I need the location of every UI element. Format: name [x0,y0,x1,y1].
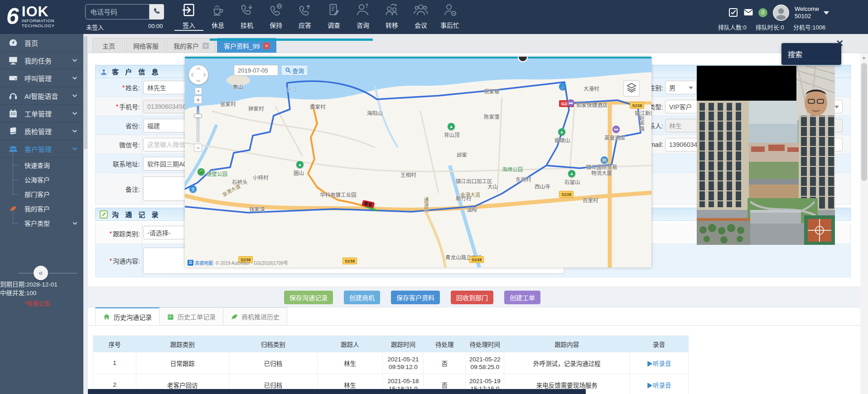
workspace-tab[interactable]: 网络客服 [126,38,165,53]
cti-toolbar-button[interactable]: 保持 [261,2,290,31]
map-date-input[interactable] [234,65,278,76]
sidebar-item-label: 呼叫管理 [24,73,52,83]
map-query-button[interactable]: 查询 [281,65,308,76]
sidebar-collapse-button[interactable]: « [34,266,48,280]
chevron-down-icon[interactable] [824,11,829,15]
tasks-checkbox-icon[interactable] [728,7,739,19]
workspace-tab[interactable]: 我的客户 [167,38,216,53]
map-layers-button[interactable] [623,80,640,97]
table-header-cell: 录音 [630,336,689,352]
map-label: 焦山 [233,83,243,90]
sidebar-subitem[interactable]: 客户类型 [0,216,83,230]
cti-toolbar-button[interactable]: 会议 [406,2,435,31]
queue-stats: 排队人数:0 排队时长:0 分机号:1006 [718,23,825,31]
chevron-down-icon [72,57,78,63]
avatar[interactable] [773,5,789,21]
table-row[interactable]: 1 日常跟踪 已归档 林生 2021-05-2109:59:12.0 否 202… [93,352,689,374]
map-label: 钱家湾 [249,205,265,213]
scrollbar-thumb[interactable] [861,63,867,181]
zoom-in-button[interactable]: + [194,96,202,104]
cti-toolbar-button[interactable]: 挂机 [232,2,261,31]
new-notice-link[interactable]: *有新公告 [0,299,83,308]
dial-button[interactable] [149,4,164,19]
mountain-poi-icon[interactable]: ▲ [448,123,455,130]
map-canvas[interactable] [185,57,651,268]
map-pan-control[interactable] [188,65,208,85]
parkic-poi-icon[interactable]: 🌳 [198,168,205,175]
zoom-slider-track[interactable] [197,106,199,142]
phone-number-input[interactable] [85,4,149,19]
wen-poi-icon[interactable]: 文 [189,185,197,193]
hotel-poi-icon[interactable]: 🛏 [567,99,574,107]
horizontal-scrollbar[interactable] [85,389,586,394]
zoom-slider-handle[interactable] [194,114,202,118]
action-button[interactable]: 创建工单 [504,291,540,304]
action-button[interactable]: 创建商机 [344,291,380,304]
chevron-down-icon [72,110,78,117]
sidebar-item-icon [8,126,18,136]
sidebar-item[interactable]: 我的任务 [0,52,83,69]
sidebar-item-icon [8,73,18,83]
expire-date: 到期日期:2028-12-01 [0,280,83,289]
history-tab[interactable]: 历史工单记录 [159,307,223,326]
sidebar-footer: 到期日期:2028-12-01 中继并发:100 *有新公告 [0,280,83,308]
welcome-user[interactable]: Welcome 50102 [795,5,819,20]
table-header-cell: 待处理时间 [466,336,504,352]
cti-toolbar-button[interactable]: ? 咨询 [348,2,377,31]
anchor-poi-icon[interactable]: ⚓ [559,83,566,90]
chevron-down-icon [72,146,78,152]
scroll-up-icon[interactable]: ▲ [862,55,866,60]
cti-toolbar-button[interactable]: 调查 [319,2,348,31]
video-call-window[interactable] [697,66,835,245]
map-label: 海绵公园 [502,165,523,173]
sidebar-item[interactable]: AI智能语音 [0,87,83,105]
action-button[interactable]: 保存沟通记录 [284,291,333,304]
mail-icon[interactable] [743,7,755,19]
map-locate-button[interactable] [195,88,202,95]
sidebar-item[interactable]: 质检管理 [0,122,83,140]
route-map[interactable]: 长江焦山张家村钟家村委家村海阳山祝家巷陈家蕩大港村镇江新区如家快捷酒店英皇酒店赵… [185,57,651,268]
actions-bar: 保存沟通记录 创建商机 保存客户资料 回收到部门 创建工单 [88,287,868,307]
zoom-out-button[interactable]: − [194,144,202,152]
queue-stat: 分机号:1006 [793,23,826,31]
cti-toolbar-icon [239,2,255,19]
mail-count-badge: 0 [758,8,767,17]
close-icon[interactable] [203,43,209,49]
cti-toolbar-button[interactable]: 应答 [290,2,319,31]
map-label: 祝家巷 [484,88,500,95]
sidebar-item[interactable]: 首页 [0,34,83,52]
road-badge: S238 [559,191,574,198]
map-label: 石留山 [564,178,580,185]
history-tab[interactable]: 历史沟通记录 [95,307,159,326]
logo-title: IOK [22,5,55,18]
logo-mark-icon: 6 [6,4,19,29]
sidebar-scrollbar[interactable] [83,34,88,394]
table-header-cell: 跟踪人 [317,336,383,352]
workspace-tab[interactable]: 主页 [92,38,125,53]
play-audio-link[interactable]: ▶听录音 [647,382,671,389]
cti-toolbar-button[interactable]: 事后忙 [435,2,464,31]
top-header: 6 IOK INFORMATION TECHNOLOGY 未签入 00:00 签… [0,0,868,34]
building-poi-icon[interactable]: 🏢 [601,156,608,164]
mountain-poi-icon[interactable]: ▲ [568,170,575,177]
sidebar-item-label: 质检管理 [24,126,52,136]
gender-select[interactable]: 男 [665,81,697,94]
hotel-poi-icon[interactable]: 🛏 [612,126,620,133]
mountain-poi-icon[interactable]: ▲ [558,128,565,136]
cti-toolbar-button[interactable]: 休息 [203,2,232,31]
vertical-scrollbar[interactable]: ▲ [860,53,868,394]
history-tab[interactable]: 商机推进历史 [223,307,287,326]
sidebar-item[interactable]: 工单管理 [0,105,83,122]
close-icon[interactable] [263,43,270,49]
play-audio-link[interactable]: ▶听录音 [647,360,671,367]
map-label: 镇江国际贸易物流大厦 [585,165,618,176]
action-button[interactable]: 回收到部门 [451,291,493,304]
workspace-tab-label: 我的客户 [174,41,199,50]
cti-toolbar-button[interactable]: 转移 [377,2,406,31]
search-button[interactable]: 搜索 [781,43,841,65]
mountain-poi-icon[interactable]: ▲ [296,161,304,168]
cti-toolbar-button[interactable]: 签入 [174,2,203,31]
action-button[interactable]: 保存客户资料 [391,291,440,304]
close-icon[interactable]: × [836,36,843,50]
sidebar-item[interactable]: 呼叫管理 [0,69,83,87]
